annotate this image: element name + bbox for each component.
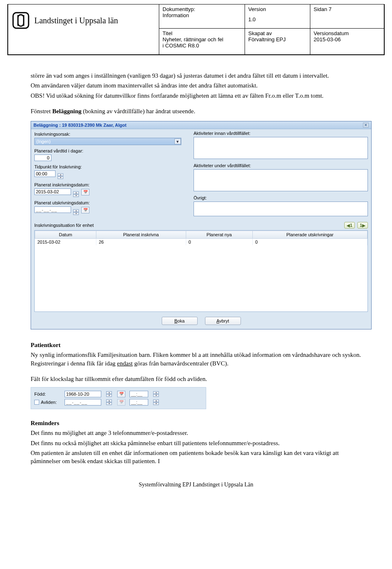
paragraph-belaggning: Fönstret Beläggning (bokning av vårdtill… — [31, 107, 361, 115]
doctype-cell: Dokumenttyp: Information — [159, 4, 245, 29]
chevron-down-icon[interactable]: ▾ — [174, 139, 181, 144]
heading-reminders: Reminders — [31, 419, 361, 427]
title-label: Titel — [163, 30, 241, 36]
cell-inskrivna: 26 — [96, 239, 186, 246]
title-cell: Titel Nyheter, rättningar och fel i COSM… — [159, 29, 245, 55]
avliden-checkbox[interactable] — [34, 400, 39, 405]
planerat-utsk-label: Planerat utskrivningsdatum: — [34, 200, 185, 205]
page-number-cell: Sidan 7 — [310, 4, 384, 29]
paragraph-reminders-2: Det finns nu också möjlighet att skicka … — [31, 439, 361, 447]
avbryt-button[interactable]: Avbryt — [205, 317, 241, 325]
planerat-insk-date-input[interactable]: 2015-03-02 — [34, 188, 71, 195]
text-frag: Fönstret — [31, 108, 52, 114]
org-name: Landstinget i Uppsala län — [34, 16, 118, 25]
cell-nya: 0 — [186, 239, 252, 246]
calendar-icon: 📅 — [117, 399, 125, 405]
date-spinner[interactable]: ▴▾ — [73, 209, 79, 215]
ovrigt-label: Övrigt: — [194, 195, 368, 200]
doctype-value: Information — [163, 12, 241, 18]
created-by-cell: Skapat av Förvaltning EPJ — [245, 29, 310, 55]
version-cell: Version 1.0 — [245, 4, 310, 29]
paragraph-klockslag: Fält för klockslag har tillkommit efter … — [31, 375, 361, 383]
title-value-line2: i COSMIC R8.0 — [163, 43, 241, 49]
fodd-label: Född: — [34, 392, 60, 397]
planerat-utsk-date-input[interactable]: __-__-__ — [34, 206, 71, 213]
inskrivningsorsak-select[interactable]: (Ingen) ▾ — [34, 138, 181, 145]
text-frag: (bokning av vårdtillfälle) har ändrat ut… — [82, 108, 196, 114]
nav-next-button[interactable]: 1▶ — [357, 222, 368, 228]
version-label: Version — [248, 6, 307, 12]
aktiviteter-under-label: Aktiviteter under vårdtillfället: — [194, 163, 368, 168]
date-spinner[interactable]: ▴▾ — [106, 399, 112, 405]
logo-cell: Landstinget i Uppsala län — [8, 4, 159, 55]
aktiviteter-innan-textarea[interactable] — [194, 137, 368, 159]
version-date-label: Versionsdatum — [314, 30, 381, 36]
page-footer: Systemförvaltning EPJ Landstinget i Upps… — [31, 482, 361, 488]
col-planerat-nya[interactable]: Planerat nya — [186, 231, 252, 239]
heading-patientkort: Patientkort — [31, 341, 361, 349]
inskrivningsorsak-label: Inskrivningsorsak: — [34, 132, 185, 137]
date-spinner[interactable]: ▴▾ — [106, 391, 112, 397]
screenshot-belaggning-window: Beläggning : 19 830319-2390 Mk Zaar, Alg… — [31, 121, 361, 329]
ovrigt-textarea[interactable] — [194, 202, 368, 216]
planerad-dagar-input[interactable]: 0 — [34, 155, 51, 161]
aktiviteter-innan-label: Aktiviteter innan vårdtillfället: — [194, 131, 368, 136]
created-by-value: Förvaltning EPJ — [248, 36, 307, 43]
version-date-value: 2015-03-06 — [314, 36, 381, 43]
calendar-icon[interactable]: 📅 — [81, 207, 89, 213]
select-value: (Ingen) — [36, 139, 51, 144]
paragraph-intro-3: OBS! Vid utökad sökning för datumvillkor… — [31, 92, 361, 100]
inskrivningssituation-label: Inskrivningssituation för enhet — [34, 223, 94, 228]
fodd-date-input[interactable]: 1968-10-20 — [65, 391, 101, 397]
time-spinner[interactable]: ▴▾ — [153, 399, 159, 405]
close-icon[interactable]: ✕ — [363, 123, 369, 128]
endast-underline: endast — [117, 360, 133, 367]
tidpunkt-input[interactable]: 00:00 — [34, 170, 56, 177]
tidpunkt-label: Tidpunkt för Inskrivning: — [34, 164, 185, 169]
time-spinner[interactable]: ▴▾ — [153, 391, 159, 397]
avliden-label: Avliden: — [41, 400, 57, 405]
paragraph-intro-1: större än vad som anges i inställningen … — [31, 72, 361, 80]
doctype-label: Dokumenttyp: — [163, 6, 241, 12]
paragraph-reminders-1: Det finns nu möjlighet att ange 3 telefo… — [31, 429, 361, 437]
belaggning-bold: Beläggning — [52, 108, 82, 114]
planerat-insk-label: Planerat inskrivningsdatum: — [34, 182, 185, 187]
paragraph-intro-2: Om användaren väljer datum inom maxinter… — [31, 81, 361, 90]
document-header: Landstinget i Uppsala län Dokumenttyp: I… — [7, 4, 385, 55]
calendar-icon[interactable]: 📅 — [117, 391, 125, 397]
col-planerat-inskrivna[interactable]: Planerat inskrivna — [96, 231, 186, 239]
inskrivning-grid[interactable]: Datum Planerat inskrivna Planerat nya Pl… — [34, 230, 368, 312]
version-value: 1.0 — [248, 16, 307, 22]
aktiviteter-under-textarea[interactable] — [194, 169, 368, 191]
boka-button[interactable]: Boka — [162, 317, 198, 325]
avliden-date-input[interactable]: __-__-__ — [65, 399, 101, 405]
page-number: Sidan 7 — [314, 6, 381, 12]
fodd-time-input[interactable]: __:__ — [129, 391, 148, 397]
avliden-time-input[interactable]: __:__ — [129, 399, 148, 405]
calendar-icon[interactable]: 📅 — [81, 189, 89, 195]
table-row[interactable]: 2015-03-02 26 0 0 — [35, 239, 368, 246]
paragraph-reminders-3: Om patienten är ansluten till en enhet d… — [31, 449, 361, 466]
paragraph-patientkort: Ny synlig informationsflik Familjesituat… — [31, 351, 361, 367]
title-value-line1: Nyheter, rättningar och fel — [163, 36, 241, 43]
col-planerade-utskrivningar[interactable]: Planerade utskrivningar — [252, 231, 367, 239]
cell-datum: 2015-03-02 — [35, 239, 96, 246]
cell-utskrivningar: 0 — [252, 239, 367, 246]
screenshot-fodd-avliden-strip: Född: 1968-10-20 ▴▾ 📅 __:__ ▴▾ Avliden: … — [31, 387, 206, 409]
col-datum[interactable]: Datum — [35, 231, 96, 239]
version-date-cell: Versionsdatum 2015-03-06 — [310, 29, 384, 55]
landstinget-logo-icon — [12, 12, 29, 29]
window-title-text: Beläggning : 19 830319-2390 Mk Zaar, Alg… — [33, 123, 127, 128]
created-by-label: Skapat av — [248, 30, 307, 36]
time-spinner[interactable]: ▴▾ — [58, 173, 63, 179]
date-spinner[interactable]: ▴▾ — [73, 191, 79, 197]
document-body: större än vad som anges i inställningen … — [0, 55, 392, 496]
nav-prev-button[interactable]: ◀1 — [344, 222, 355, 228]
planerad-dagar-label: Planerad vårdtid i dagar: — [34, 148, 185, 153]
window-titlebar[interactable]: Beläggning : 19 830319-2390 Mk Zaar, Alg… — [31, 121, 371, 129]
